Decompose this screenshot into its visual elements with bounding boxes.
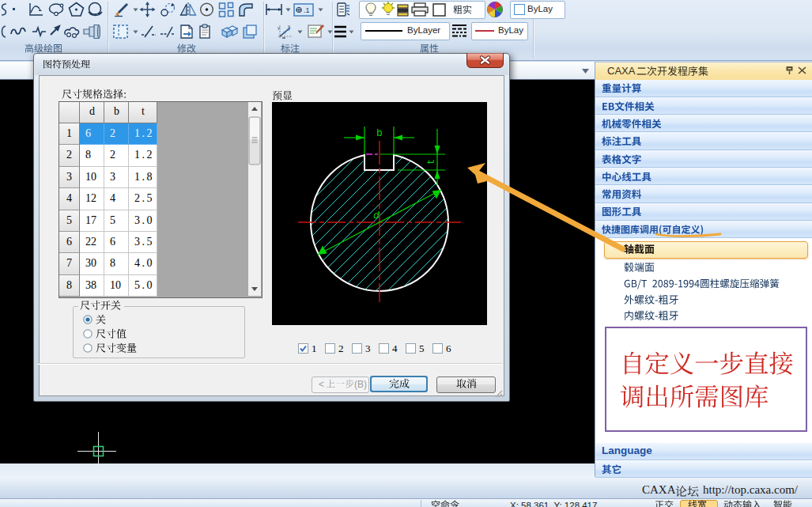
svg-text:x: x: [288, 24, 290, 28]
svg-text:t: t: [426, 159, 437, 165]
svg-text:b: b: [376, 127, 383, 139]
svg-text:y: y: [278, 25, 280, 30]
svg-text:.1: .1: [304, 6, 310, 14]
svg-text:d: d: [373, 210, 380, 221]
